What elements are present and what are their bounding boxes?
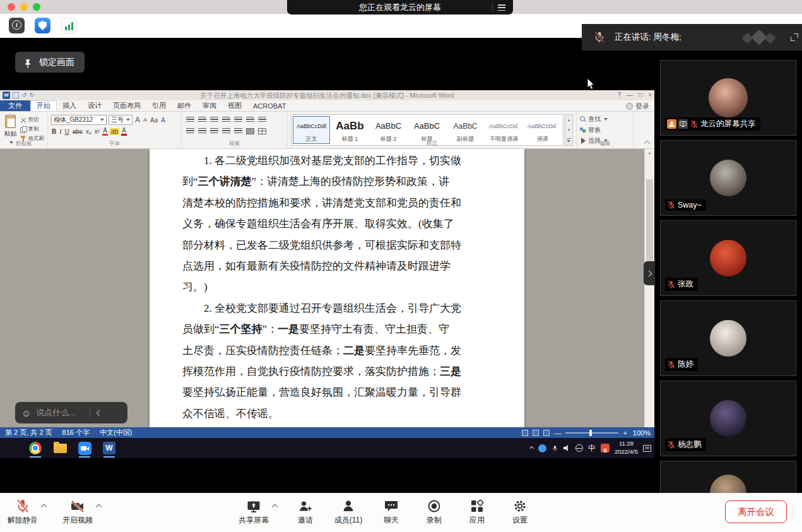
share-screen-button[interactable]: 共享屏幕 (239, 499, 269, 526)
zoom-level[interactable]: 100% (633, 429, 651, 437)
participant-tile[interactable]: 杨志鹏 (660, 381, 796, 456)
apps-button[interactable]: 应用 (463, 499, 492, 526)
taskbar-clock[interactable]: 11:28 2022/4/5 (615, 440, 638, 456)
print-layout-button[interactable] (533, 430, 539, 436)
unmute-button[interactable]: 解除静音 (8, 499, 38, 526)
underline-button[interactable]: U (64, 128, 70, 135)
close-window-button[interactable] (8, 3, 15, 11)
scroll-up-icon[interactable]: ▲ (645, 151, 654, 155)
page-indicator[interactable]: 第 2 页, 共 2 页 (5, 427, 52, 438)
lock-view-button[interactable]: 锁定画面 (15, 52, 85, 73)
chevron-up-icon[interactable] (272, 504, 278, 511)
subscript-button[interactable]: x₂ (85, 128, 92, 135)
document-page[interactable]: 1. 各二级党组织加强对基层党支部的工作指导，切实做到“三个讲清楚”：讲清楚上海… (150, 149, 524, 427)
line-spacing-icon[interactable] (234, 128, 242, 134)
find-button[interactable]: 查找 (580, 115, 630, 124)
align-center-icon[interactable] (198, 128, 206, 134)
phonetic-guide-button[interactable]: A (160, 117, 166, 124)
language-indicator[interactable]: 中文(中国) (100, 427, 132, 438)
meeting-app-icon[interactable] (77, 440, 92, 456)
restore-button[interactable]: □ (639, 90, 642, 100)
banner-menu-icon[interactable] (492, 2, 510, 13)
ribbon-tab-视图[interactable]: 视图 (222, 100, 247, 111)
italic-button[interactable]: I (59, 128, 62, 135)
align-left-icon[interactable] (186, 128, 194, 134)
emoji-icon[interactable]: ☺ (21, 408, 31, 418)
sidebar-collapse-handle[interactable] (644, 261, 655, 285)
text-effects-button[interactable]: A (102, 127, 108, 136)
tray-expand-icon[interactable] (529, 446, 534, 450)
gallery-up-icon[interactable]: ▲ (567, 118, 571, 122)
notification-center-icon[interactable] (643, 445, 651, 452)
font-size-select[interactable]: 三号 (109, 115, 133, 125)
web-layout-button[interactable] (543, 430, 550, 436)
bold-button[interactable]: B (51, 128, 57, 135)
invite-button[interactable]: 邀请 (291, 499, 320, 526)
chrome-icon[interactable] (28, 440, 43, 456)
word-app-icon[interactable]: W (102, 440, 117, 456)
zoom-in-button[interactable]: + (623, 429, 627, 437)
security-shield-icon[interactable] (35, 18, 50, 33)
minimize-button[interactable]: — (627, 90, 633, 100)
change-case-button[interactable]: Aa (150, 117, 158, 124)
network-tray-icon[interactable] (575, 444, 583, 452)
meeting-info-icon[interactable]: i (9, 18, 25, 33)
ime-indicator[interactable]: 中 (588, 443, 596, 454)
expand-view-button[interactable] (786, 24, 802, 50)
ribbon-tab-ACROBAT[interactable]: ACROBAT (247, 100, 292, 111)
word-count[interactable]: 816 个字 (62, 427, 90, 438)
align-right-icon[interactable] (210, 128, 218, 134)
undo-icon[interactable]: ↺ (21, 91, 27, 100)
zoom-slider-thumb[interactable] (589, 430, 592, 436)
qq-tray-icon[interactable] (538, 444, 546, 452)
scrollbar-thumb[interactable] (646, 179, 653, 264)
record-button[interactable]: 录制 (420, 499, 449, 526)
collapse-ribbon-icon[interactable] (644, 141, 651, 147)
participant-tile[interactable]: 张政 (660, 220, 796, 296)
ribbon-tab-引用[interactable]: 引用 (146, 100, 172, 111)
ribbon-tab-插入[interactable]: 插入 (57, 100, 82, 111)
ribbon-tab-邮件[interactable]: 邮件 (172, 100, 197, 111)
participant-tile[interactable]: 龙云的屏幕共享 (660, 60, 796, 136)
sogou-tray-icon[interactable]: S (601, 444, 610, 452)
paste-button[interactable]: 粘贴 (3, 114, 18, 141)
grow-font-button[interactable]: A (134, 115, 141, 124)
ribbon-tab-设计[interactable]: 设计 (82, 100, 107, 111)
settings-button[interactable]: 设置 (505, 499, 534, 526)
ribbon-tab-审阅[interactable]: 审阅 (197, 100, 222, 111)
quick-chat-bar[interactable]: ☺ 说点什么... (15, 402, 127, 423)
increase-indent-icon[interactable] (234, 117, 242, 123)
redo-icon[interactable]: ↻ (29, 91, 34, 100)
justify-icon[interactable] (222, 128, 230, 134)
font-color-button[interactable]: A (121, 127, 127, 136)
show-marks-icon[interactable] (258, 117, 266, 123)
decrease-indent-icon[interactable] (222, 117, 230, 123)
zoom-slider[interactable] (565, 432, 618, 434)
chat-input-placeholder[interactable]: 说点什么... (36, 407, 76, 418)
cut-button[interactable]: 剪切 (20, 116, 45, 124)
chat-button[interactable]: 聊天 (377, 499, 406, 526)
participant-tile[interactable] (660, 461, 796, 493)
read-mode-button[interactable] (522, 430, 528, 436)
sort-icon[interactable] (246, 117, 254, 123)
vertical-scrollbar[interactable]: ▲ (644, 149, 654, 427)
shading-icon[interactable] (246, 128, 254, 134)
save-icon[interactable] (13, 92, 19, 98)
participant-tile[interactable]: Sway~ (660, 140, 796, 216)
copy-button[interactable]: 复制 (20, 126, 45, 133)
chevron-up-icon[interactable] (41, 504, 47, 511)
chevron-up-icon[interactable] (96, 504, 102, 511)
fullscreen-window-button[interactable] (33, 3, 40, 11)
sign-in-button[interactable]: 登录 (626, 102, 649, 111)
network-stats-icon[interactable] (61, 18, 77, 33)
bullets-icon[interactable] (186, 117, 194, 123)
ribbon-tab-页面布局[interactable]: 页面布局 (107, 100, 146, 111)
leave-meeting-button[interactable]: 离开会议 (725, 500, 787, 523)
highlight-button[interactable]: ab (110, 128, 119, 135)
collapse-chat-icon[interactable] (97, 410, 103, 416)
participant-tile[interactable]: 陈婷 (660, 300, 796, 376)
superscript-button[interactable]: x² (94, 128, 100, 135)
volume-tray-icon[interactable] (563, 445, 570, 451)
help-button[interactable]: ? (618, 90, 622, 100)
gallery-down-icon[interactable]: ▼ (567, 128, 571, 132)
